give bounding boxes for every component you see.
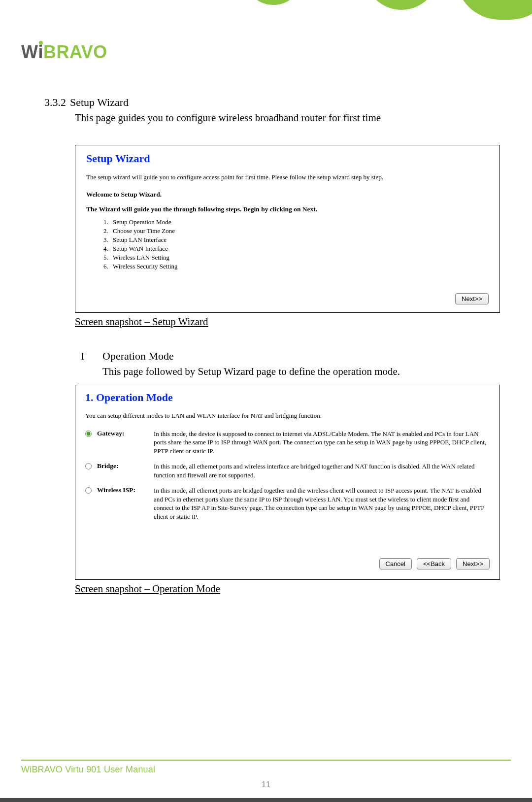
wizard-step: Setup LAN Interface bbox=[110, 236, 489, 244]
gateway-label: Gateway: bbox=[97, 430, 154, 437]
opmode-title: 1. Operation Mode bbox=[85, 391, 490, 404]
wizard-step: Choose your Time Zone bbox=[110, 227, 489, 235]
ornament-blob-2 bbox=[365, 0, 438, 10]
wizard-guide-text: The Wizard will guide you the through fo… bbox=[86, 205, 489, 213]
logo-part-i: i bbox=[38, 42, 43, 63]
wireless-isp-label: Wireless ISP: bbox=[97, 486, 154, 494]
section-title: Setup Wizard bbox=[70, 96, 129, 109]
gateway-description: In this mode, the device is supposed to … bbox=[154, 430, 490, 456]
subsection-title: Operation Mode bbox=[102, 350, 174, 363]
wizard-step: Setup Operation Mode bbox=[110, 218, 489, 226]
cancel-button[interactable]: Cancel bbox=[379, 558, 412, 569]
back-button[interactable]: <<Back bbox=[417, 558, 451, 569]
wizard-title: Setup Wizard bbox=[86, 152, 489, 165]
header-ornament bbox=[0, 0, 532, 30]
opmode-intro-text: You can setup different modes to LAN and… bbox=[85, 412, 490, 420]
ornament-blob-1 bbox=[244, 0, 303, 5]
wizard-step: Wireless Security Setting bbox=[110, 263, 489, 270]
wireless-isp-radio[interactable] bbox=[85, 487, 92, 494]
wizard-step: Wireless LAN Setting bbox=[110, 254, 489, 262]
page-number: 11 bbox=[262, 780, 270, 789]
subsection-description: This page followed by Setup Wizard page … bbox=[102, 366, 500, 378]
brand-logo: WiBRAVO bbox=[21, 42, 107, 63]
logo-part-bravo: BRAVO bbox=[43, 42, 107, 63]
wireless-isp-description: In this mode, all ethernet ports are bri… bbox=[154, 486, 490, 521]
bottom-bar bbox=[0, 798, 532, 802]
logo-part-w: W bbox=[21, 42, 38, 63]
subsection-letter: I bbox=[81, 350, 102, 363]
next-button[interactable]: Next>> bbox=[456, 558, 490, 569]
bridge-radio[interactable] bbox=[85, 463, 92, 469]
next-button[interactable]: Next>> bbox=[455, 293, 489, 304]
wizard-intro-text: The setup wizard will guide you to confi… bbox=[86, 173, 489, 182]
gateway-radio[interactable] bbox=[85, 431, 92, 437]
figure-caption-1: Screen snapshot – Setup Wizard bbox=[75, 316, 500, 328]
bridge-label: Bridge: bbox=[97, 462, 154, 470]
section-number: 3.3.2 bbox=[44, 96, 70, 109]
ornament-blob-3 bbox=[456, 0, 532, 20]
footer-text: WiBRAVO Virtu 901 User Manual bbox=[21, 765, 155, 775]
footer-rule bbox=[21, 760, 511, 761]
operation-mode-screenshot: 1. Operation Mode You can setup differen… bbox=[75, 385, 500, 580]
wizard-welcome-text: Welcome to Setup Wizard. bbox=[86, 191, 489, 199]
bridge-description: In this mode, all ethernet ports and wir… bbox=[154, 462, 490, 479]
setup-wizard-screenshot: Setup Wizard The setup wizard will guide… bbox=[75, 145, 500, 313]
wizard-step: Setup WAN Interface bbox=[110, 245, 489, 253]
figure-caption-2: Screen snapshot – Operation Mode bbox=[75, 583, 500, 595]
wizard-steps-list: Setup Operation Mode Choose your Time Zo… bbox=[110, 218, 489, 270]
section-description: This page guides you to configure wirele… bbox=[75, 112, 500, 124]
